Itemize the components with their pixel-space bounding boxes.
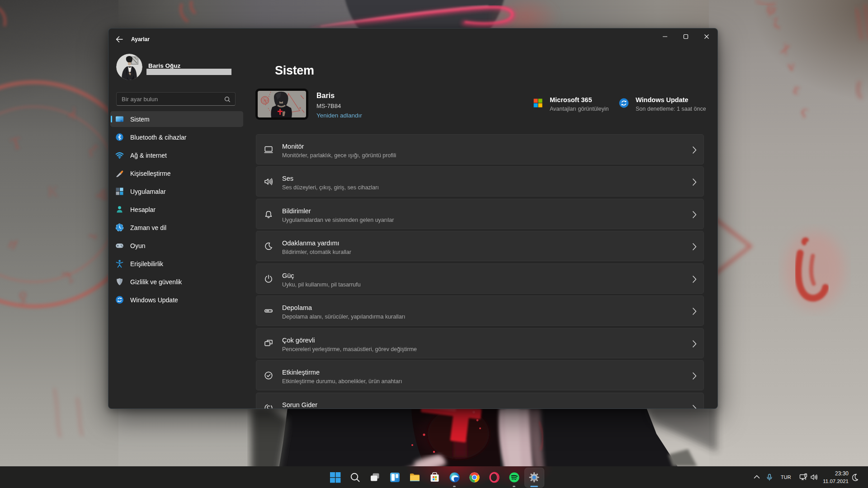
svg-text:δ: δ xyxy=(19,288,28,306)
svg-text:κ: κ xyxy=(299,105,302,110)
svg-text:Κ: Κ xyxy=(47,183,58,200)
